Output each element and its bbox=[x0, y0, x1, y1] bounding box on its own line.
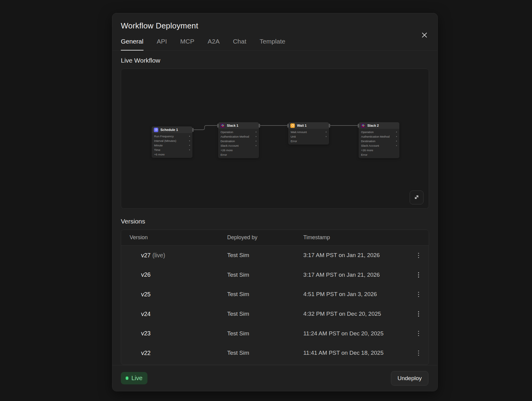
version-table-row[interactable]: v25 Test Sim 4:51 PM PST on Jan 3, 2026 bbox=[121, 285, 429, 304]
version-cell: v24 bbox=[141, 311, 227, 318]
node-field: Run Frequency bbox=[154, 134, 190, 139]
input-handle[interactable] bbox=[287, 124, 289, 128]
version-table-row[interactable]: v22 Test Sim 11:41 AM PST on Dec 18, 202… bbox=[121, 343, 429, 363]
deployed-by-cell: Test Sim bbox=[227, 311, 303, 317]
node-field: Interval (Minutes) bbox=[154, 139, 190, 143]
node-field: +26 more bbox=[221, 148, 256, 152]
row-menu-button[interactable] bbox=[417, 290, 421, 299]
deployed-by-cell: Test Sim bbox=[227, 291, 303, 298]
node-field: Operation bbox=[361, 130, 397, 134]
node-field: Destination bbox=[221, 139, 256, 143]
row-menu-button[interactable] bbox=[417, 251, 421, 260]
input-handle[interactable] bbox=[358, 124, 359, 128]
node-title: Slack 2 bbox=[367, 124, 379, 127]
timestamp-cell: 3:17 AM PST on Jan 21, 2026 bbox=[303, 272, 409, 278]
slack-logo-icon bbox=[361, 123, 365, 128]
tab-general[interactable]: General bbox=[121, 38, 143, 51]
modal-body: Live Workflow Schedule 1 bbox=[112, 51, 437, 365]
workflow-node-schedule-1[interactable]: Schedule 1 Run FrequencyInterval (Minute… bbox=[152, 126, 192, 158]
versions-table-body: v27(live) Test Sim 3:17 AM PST on Jan 21… bbox=[121, 246, 429, 363]
version-table-row[interactable]: v27(live) Test Sim 3:17 AM PST on Jan 21… bbox=[121, 246, 429, 265]
tab-mcp[interactable]: MCP bbox=[180, 38, 195, 51]
timestamp-cell: 11:24 AM PST on Dec 20, 2025 bbox=[303, 330, 409, 337]
row-menu-button[interactable] bbox=[417, 309, 421, 318]
node-body: OperationAuthentication MethodDestinatio… bbox=[359, 129, 399, 158]
versions-table: Version Deployed by Timestamp v27(live) … bbox=[121, 230, 429, 365]
node-title: Schedule 1 bbox=[160, 128, 178, 132]
field-port-dot bbox=[189, 140, 190, 141]
output-handle[interactable] bbox=[329, 124, 330, 128]
node-header: Slack 1 bbox=[218, 122, 259, 129]
node-header: Schedule 1 bbox=[152, 126, 192, 133]
ring-icon bbox=[290, 123, 295, 128]
tab-chat[interactable]: Chat bbox=[233, 38, 246, 51]
timestamp-cell: 4:51 PM PST on Jan 3, 2026 bbox=[303, 291, 409, 298]
node-body: Wait AmountUnitError bbox=[288, 129, 329, 145]
field-port-dot bbox=[326, 132, 327, 132]
expand-canvas-button[interactable] bbox=[410, 191, 424, 204]
timestamp-cell: 3:17 AM PST on Jan 21, 2026 bbox=[303, 252, 409, 259]
live-status-label: Live bbox=[131, 375, 143, 382]
node-body: Run FrequencyInterval (Minutes)MinuteTim… bbox=[152, 133, 192, 158]
field-port-dot bbox=[396, 145, 397, 146]
column-header-version: Version bbox=[130, 234, 227, 241]
workflow-node-wait-1[interactable]: Wait 1 Wait AmountUnitError bbox=[288, 122, 329, 145]
node-field: +6 more bbox=[154, 152, 190, 157]
node-field: Error bbox=[361, 152, 397, 157]
node-field: Slack Account bbox=[221, 143, 256, 148]
version-cell: v26 bbox=[141, 271, 227, 278]
column-header-timestamp: Timestamp bbox=[303, 234, 409, 241]
live-status-dot bbox=[126, 377, 128, 380]
live-workflow-heading: Live Workflow bbox=[121, 57, 429, 64]
slack-logo-icon bbox=[220, 123, 225, 128]
deployed-by-cell: Test Sim bbox=[227, 272, 303, 278]
row-menu-button[interactable] bbox=[417, 329, 421, 338]
modal-footer: Live Undeploy bbox=[112, 365, 437, 391]
node-field: Destination bbox=[361, 139, 397, 143]
undeploy-button[interactable]: Undeploy bbox=[391, 371, 428, 386]
field-port-dot bbox=[256, 145, 256, 146]
expand-diagonal-icon bbox=[413, 194, 420, 201]
node-field: Unit bbox=[291, 134, 327, 139]
row-menu-button[interactable] bbox=[417, 349, 421, 358]
version-table-row[interactable]: v23 Test Sim 11:24 AM PST on Dec 20, 202… bbox=[121, 324, 429, 343]
tab-bar: GeneralAPIMCPA2AChatTemplate bbox=[121, 38, 428, 51]
clock-icon bbox=[154, 128, 158, 132]
version-table-row[interactable]: v24 Test Sim 4:32 PM PST on Dec 20, 2025 bbox=[121, 304, 429, 324]
field-port-dot bbox=[189, 136, 190, 137]
workflow-deployment-modal: Workflow Deployment GeneralAPIMCPA2AChat… bbox=[112, 13, 438, 391]
close-button[interactable] bbox=[420, 31, 429, 40]
tab-template[interactable]: Template bbox=[260, 38, 285, 51]
field-port-dot bbox=[256, 132, 256, 132]
timestamp-cell: 4:32 PM PST on Dec 20, 2025 bbox=[303, 311, 409, 317]
node-title: Wait 1 bbox=[297, 124, 307, 127]
workflow-node-slack-1[interactable]: Slack 1 OperationAuthentication MethodDe… bbox=[218, 122, 259, 158]
live-status-badge: Live bbox=[121, 372, 147, 384]
input-handle[interactable] bbox=[217, 124, 219, 128]
tab-a2a[interactable]: A2A bbox=[208, 38, 220, 51]
node-field: Slack Account bbox=[361, 143, 397, 148]
versions-heading: Versions bbox=[121, 218, 429, 225]
node-field: Wait Amount bbox=[291, 130, 327, 134]
field-port-dot bbox=[326, 136, 327, 137]
deployed-by-cell: Test Sim bbox=[227, 350, 303, 356]
node-field: Minute bbox=[154, 143, 190, 148]
workflow-node-slack-2[interactable]: Slack 2 OperationAuthentication MethodDe… bbox=[359, 122, 399, 158]
node-field: Operation bbox=[221, 130, 256, 134]
timestamp-cell: 11:41 AM PST on Dec 18, 2025 bbox=[303, 350, 409, 356]
version-cell: v25 bbox=[141, 291, 227, 298]
version-cell: v27(live) bbox=[141, 252, 227, 259]
node-body: OperationAuthentication MethodDestinatio… bbox=[218, 129, 259, 158]
modal-header: Workflow Deployment GeneralAPIMCPA2AChat… bbox=[112, 13, 437, 51]
node-field: +26 more bbox=[361, 148, 397, 152]
version-table-row[interactable]: v26 Test Sim 3:17 AM PST on Jan 21, 2026 bbox=[121, 265, 429, 285]
node-field: Error bbox=[221, 152, 256, 157]
node-field: Authentication Method bbox=[361, 134, 397, 139]
row-menu-button[interactable] bbox=[417, 270, 421, 279]
output-handle[interactable] bbox=[192, 128, 194, 132]
workflow-canvas[interactable]: Schedule 1 Run FrequencyInterval (Minute… bbox=[121, 69, 429, 209]
deployed-by-cell: Test Sim bbox=[227, 330, 303, 337]
output-handle[interactable] bbox=[259, 124, 260, 128]
tab-api[interactable]: API bbox=[157, 38, 167, 51]
version-cell: v22 bbox=[141, 350, 227, 357]
